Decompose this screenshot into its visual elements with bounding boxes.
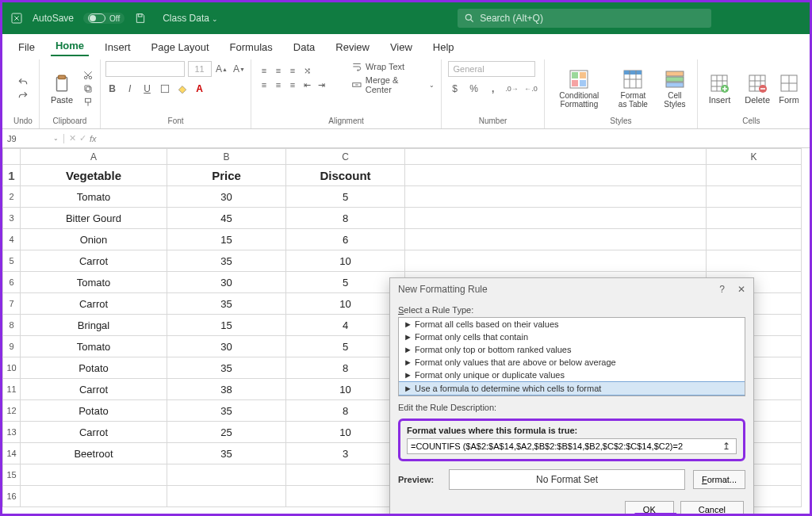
tab-formulas[interactable]: Formulas [225, 38, 278, 56]
rule-type-item[interactable]: ► Format only values that are above or b… [399, 356, 745, 369]
cell[interactable] [167, 464, 286, 486]
row-header[interactable]: 5 [3, 250, 21, 272]
copy-icon[interactable] [82, 83, 94, 94]
cell[interactable]: Potato [21, 400, 167, 422]
cell[interactable]: Potato [21, 357, 167, 379]
row-header[interactable]: 9 [3, 336, 21, 357]
currency-button[interactable]: $ [448, 82, 462, 96]
cell[interactable]: 35 [167, 357, 286, 379]
rule-type-item[interactable]: ► Format all cells based on their values [399, 318, 745, 331]
bold-button[interactable]: B [105, 82, 120, 96]
border-button[interactable] [158, 82, 172, 96]
row-header[interactable]: 7 [3, 293, 21, 315]
increase-indent-icon[interactable]: ⇥ [315, 78, 327, 91]
font-size-select[interactable]: 11 [188, 61, 212, 77]
cell[interactable]: 30 [167, 336, 286, 357]
increase-decimal-button[interactable]: .0→ [505, 82, 519, 96]
cell[interactable]: Onion [21, 229, 167, 250]
cell[interactable]: 8 [286, 400, 405, 422]
ok-button[interactable]: OK [625, 501, 674, 516]
cell[interactable]: 10 [286, 379, 405, 400]
cell[interactable]: Bitter Gourd [21, 208, 167, 229]
font-name-select[interactable] [105, 61, 185, 77]
cell[interactable]: Tomato [21, 186, 167, 208]
cell[interactable]: 30 [167, 272, 286, 293]
cell[interactable]: Tomato [21, 336, 167, 357]
cell[interactable] [286, 464, 405, 486]
cell[interactable]: 10 [286, 422, 405, 443]
format-painter-icon[interactable] [82, 97, 94, 108]
comma-button[interactable]: , [486, 82, 500, 96]
col-header-A[interactable]: A [21, 149, 167, 165]
cell[interactable]: 5 [286, 272, 405, 293]
save-icon[interactable] [134, 12, 147, 25]
cell[interactable]: Tomato [21, 272, 167, 293]
rule-type-item[interactable]: ► Format only top or bottom ranked value… [399, 343, 745, 356]
tab-home[interactable]: Home [51, 36, 89, 56]
format-as-table-button[interactable]: Format as Table [612, 67, 655, 110]
cell[interactable]: Carrot [21, 422, 167, 443]
help-icon[interactable]: ? [719, 284, 725, 295]
cell[interactable] [707, 208, 802, 229]
autosave-toggle[interactable]: Off [83, 13, 124, 24]
row-header[interactable]: 3 [3, 208, 21, 229]
cell[interactable]: 30 [167, 186, 286, 208]
rule-type-item[interactable]: ► Format only unique or duplicate values [399, 369, 745, 381]
cell[interactable]: 45 [167, 208, 286, 229]
col-header-B[interactable]: B [167, 149, 286, 165]
cell[interactable]: 5 [286, 336, 405, 357]
row-header[interactable]: 1 [3, 165, 21, 186]
rule-type-list[interactable]: ► Format all cells based on their values… [398, 317, 745, 396]
align-top-icon[interactable]: ≡ [258, 64, 270, 77]
cell[interactable]: Bringal [21, 315, 167, 336]
search-box[interactable]: Search (Alt+Q) [458, 9, 711, 28]
cell[interactable]: 10 [286, 293, 405, 315]
number-format-select[interactable]: General [448, 61, 535, 77]
cell[interactable]: 25 [167, 422, 286, 443]
row-header[interactable]: 11 [3, 379, 21, 400]
align-left-icon[interactable]: ≡ [258, 78, 270, 91]
cell[interactable]: 8 [286, 357, 405, 379]
percent-button[interactable]: % [467, 82, 481, 96]
undo-icon[interactable] [17, 77, 29, 88]
align-middle-icon[interactable]: ≡ [272, 64, 285, 77]
cell[interactable]: 5 [286, 186, 405, 208]
decrease-font-icon[interactable]: A▼ [232, 62, 247, 76]
row-header[interactable]: 14 [3, 443, 21, 464]
row-header[interactable]: 13 [3, 422, 21, 443]
range-picker-icon[interactable]: ↥ [720, 441, 733, 452]
cell[interactable]: 3 [286, 443, 405, 464]
row-header[interactable]: 4 [3, 229, 21, 250]
cell[interactable]: Carrot [21, 293, 167, 315]
paste-button[interactable]: Paste [46, 71, 78, 106]
rule-type-item[interactable]: ► Format only cells that contain [399, 331, 745, 343]
format-button[interactable]: Format... [693, 470, 745, 489]
cancel-button[interactable]: Cancel [680, 501, 744, 516]
align-right-icon[interactable]: ≡ [286, 78, 299, 91]
cell[interactable]: 15 [167, 315, 286, 336]
row-header[interactable]: 2 [3, 186, 21, 208]
cell[interactable] [707, 186, 802, 208]
orientation-icon[interactable]: ⤭ [301, 64, 313, 77]
cell[interactable]: 6 [286, 229, 405, 250]
decrease-decimal-button[interactable]: ←.0 [524, 82, 538, 96]
cell[interactable]: 35 [167, 293, 286, 315]
wrap-text-button[interactable]: Wrap Text [351, 61, 435, 72]
row-header[interactable]: 10 [3, 357, 21, 379]
increase-font-icon[interactable]: A▲ [215, 62, 229, 76]
cell[interactable]: Vegetable [21, 165, 167, 186]
cell[interactable]: 8 [286, 208, 405, 229]
insert-cells-button[interactable]: Insert [704, 71, 736, 106]
row-header[interactable]: 12 [3, 400, 21, 422]
rule-type-item-selected[interactable]: ► Use a formula to determine which cells… [399, 381, 745, 396]
merge-center-button[interactable]: Merge & Center ⌄ [351, 75, 435, 94]
fill-color-button[interactable] [175, 82, 190, 96]
row-header[interactable]: 8 [3, 315, 21, 336]
name-box[interactable]: J9⌄ [2, 134, 64, 143]
cell[interactable] [21, 486, 167, 507]
tab-file[interactable]: File [13, 38, 40, 56]
cell[interactable]: 4 [286, 315, 405, 336]
cell-styles-button[interactable]: Cell Styles [659, 67, 690, 110]
row-header[interactable]: 6 [3, 272, 21, 293]
tab-review[interactable]: Review [331, 38, 374, 56]
